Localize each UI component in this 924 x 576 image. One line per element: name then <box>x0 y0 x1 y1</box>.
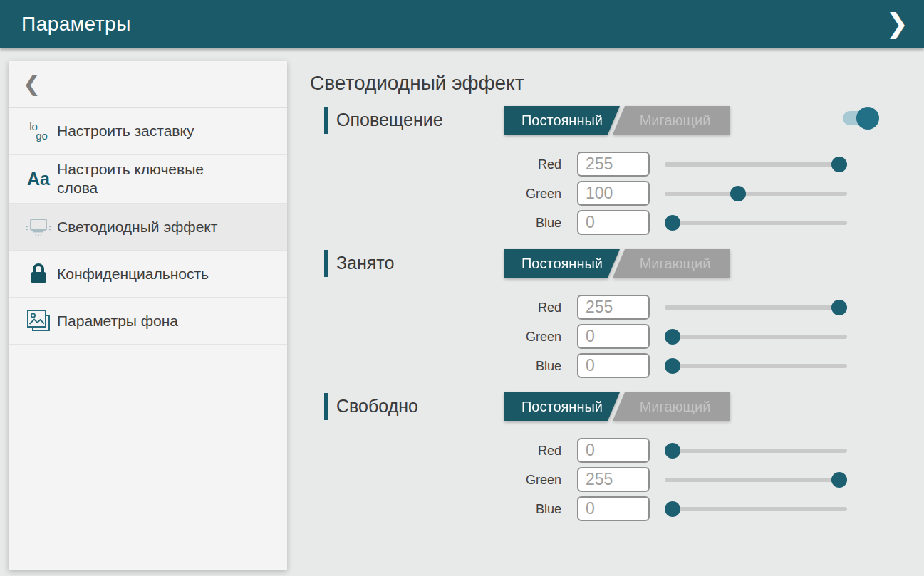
section-busy: Занято Постоянный Мигающий Red Green Blu… <box>310 248 924 380</box>
led-display-icon <box>20 216 57 239</box>
sidebar-item-screensaver[interactable]: lo go Настроить заставку <box>9 108 287 155</box>
sidebar-item-background[interactable]: Параметры фона <box>9 298 287 345</box>
red-slider[interactable] <box>665 436 847 465</box>
channel-row-green: Green <box>310 322 924 351</box>
channel-row-blue: Blue <box>310 494 924 523</box>
green-slider[interactable] <box>665 179 847 208</box>
channel-row-green: Green <box>310 179 924 208</box>
sidebar: ❮ lo go Настроить заставку Aa Настроить … <box>9 61 287 570</box>
page-title: Параметры <box>21 13 131 36</box>
section-label: Свободно <box>336 396 418 417</box>
channel-label: Red <box>310 443 561 458</box>
blue-value-input[interactable] <box>577 353 650 378</box>
red-value-input[interactable] <box>577 152 650 177</box>
sidebar-item-led-effect[interactable]: Светодиодный эффект <box>9 204 287 251</box>
channel-label: Blue <box>310 215 561 230</box>
accent-bar <box>324 250 328 277</box>
red-slider[interactable] <box>665 150 847 179</box>
mode-option-constant[interactable]: Постоянный <box>504 392 620 421</box>
slider-track <box>665 335 847 339</box>
slider-track <box>665 305 847 310</box>
green-value-input[interactable] <box>577 181 650 206</box>
mode-option-blinking[interactable]: Мигающий <box>613 106 730 135</box>
blue-value-input[interactable] <box>577 496 650 521</box>
slider-track <box>665 221 847 225</box>
mode-option-constant[interactable]: Постоянный <box>504 106 620 135</box>
sidebar-item-label: Настроить заставку <box>57 122 194 140</box>
sidebar-item-label: Параметры фона <box>57 312 178 330</box>
green-value-input[interactable] <box>577 324 650 349</box>
slider-track <box>665 507 847 511</box>
forward-chevron-icon[interactable]: ❯ <box>886 6 908 41</box>
blue-slider[interactable] <box>665 208 847 237</box>
lock-icon <box>20 261 57 287</box>
section-label: Оповещение <box>336 110 443 130</box>
accent-bar <box>324 393 328 420</box>
background-images-icon <box>20 308 57 335</box>
mode-segmented-control: Постоянный Мигающий <box>504 249 730 278</box>
slider-thumb[interactable] <box>665 329 680 345</box>
channel-row-blue: Blue <box>310 351 924 380</box>
slider-track <box>665 364 847 368</box>
red-value-input[interactable] <box>577 295 650 320</box>
channel-row-red: Red <box>310 436 924 465</box>
channel-label: Blue <box>310 358 561 373</box>
channel-label: Blue <box>310 501 561 516</box>
section-notification: Оповещение Постоянный Мигающий Red Green <box>310 105 924 237</box>
toggle-knob[interactable] <box>856 107 879 130</box>
slider-track <box>665 478 847 482</box>
slider-thumb[interactable] <box>665 501 680 517</box>
slider-thumb[interactable] <box>831 157 847 172</box>
green-slider[interactable] <box>665 465 847 494</box>
sidebar-item-keywords[interactable]: Aa Настроить ключевые слова <box>9 155 287 204</box>
mode-option-constant[interactable]: Постоянный <box>504 249 620 278</box>
slider-track <box>665 449 847 453</box>
slider-thumb[interactable] <box>665 358 680 374</box>
section-free: Свободно Постоянный Мигающий Red Green B… <box>310 392 924 523</box>
section-label: Занято <box>336 253 394 273</box>
keywords-icon: Aa <box>20 169 57 189</box>
slider-thumb[interactable] <box>730 186 746 201</box>
back-chevron-icon: ❮ <box>23 71 41 96</box>
blue-value-input[interactable] <box>577 210 650 235</box>
channel-label: Red <box>310 157 561 172</box>
channel-label: Green <box>310 186 561 201</box>
accent-bar <box>324 107 328 134</box>
channel-row-red: Red <box>310 150 924 179</box>
green-slider[interactable] <box>665 322 847 351</box>
green-value-input[interactable] <box>577 467 650 492</box>
channel-label: Red <box>310 300 561 315</box>
channel-label: Green <box>310 472 561 487</box>
logo-icon: lo go <box>20 122 57 140</box>
content-title: Светодиодный эффект <box>310 72 924 95</box>
channel-label: Green <box>310 329 561 344</box>
red-value-input[interactable] <box>577 438 650 463</box>
app-header: Параметры ❯ <box>0 0 924 48</box>
blue-slider[interactable] <box>665 351 847 380</box>
slider-thumb[interactable] <box>665 215 680 231</box>
red-slider[interactable] <box>665 293 847 322</box>
notification-toggle[interactable] <box>843 111 874 125</box>
sidebar-item-privacy[interactable]: Конфиденциальность <box>9 251 287 298</box>
sidebar-item-label: Конфиденциальность <box>57 265 209 283</box>
mode-segmented-control: Постоянный Мигающий <box>504 392 730 421</box>
mode-segmented-control: Постоянный Мигающий <box>504 106 730 135</box>
slider-thumb[interactable] <box>831 472 847 488</box>
mode-option-blinking[interactable]: Мигающий <box>613 392 730 421</box>
slider-track <box>665 192 847 196</box>
slider-thumb[interactable] <box>665 443 680 459</box>
sidebar-item-label: Светодиодный эффект <box>57 218 217 236</box>
channel-row-green: Green <box>310 465 924 494</box>
channel-row-blue: Blue <box>310 208 924 237</box>
mode-option-blinking[interactable]: Мигающий <box>613 249 730 278</box>
sidebar-item-label: Настроить ключевые слова <box>57 160 222 197</box>
blue-slider[interactable] <box>665 494 847 523</box>
slider-track <box>665 162 847 167</box>
sidebar-back-button[interactable]: ❮ <box>9 61 287 108</box>
channel-row-red: Red <box>310 293 924 322</box>
slider-thumb[interactable] <box>831 300 847 315</box>
main-content: Светодиодный эффект Оповещение Постоянны… <box>310 48 924 576</box>
